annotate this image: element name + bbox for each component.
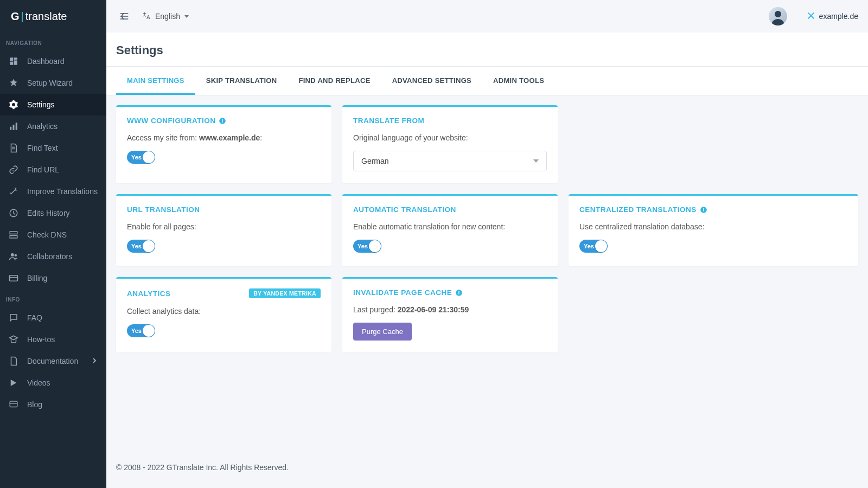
chevron-right-icon	[92, 357, 97, 365]
source-language-select[interactable]: German	[353, 151, 547, 171]
analytics-toggle[interactable]: Yes	[127, 324, 155, 337]
chevron-down-icon	[533, 159, 539, 163]
panel-analytics: ANALYTICS BY YANDEX METRIKA Collect anal…	[116, 277, 331, 352]
nav-heading-info: INFO	[0, 289, 106, 307]
analytics-provider-badge: BY YANDEX METRIKA	[249, 288, 321, 298]
graduation-icon	[9, 335, 18, 344]
wand-icon	[9, 187, 18, 196]
sidebar-item-setup-wizard[interactable]: Setup Wizard	[0, 72, 106, 94]
tabs: MAIN SETTINGS SKIP TRANSLATION FIND AND …	[106, 66, 868, 95]
file-icon	[9, 356, 18, 366]
sidebar: G|translate NAVIGATION Dashboard Setup W…	[0, 0, 106, 488]
avatar[interactable]	[769, 7, 787, 25]
sidebar-item-label: Videos	[27, 378, 50, 387]
www-toggle[interactable]: Yes	[127, 151, 155, 164]
tab-admin-tools[interactable]: ADMIN TOOLS	[482, 67, 555, 95]
sidebar-item-videos[interactable]: Videos	[0, 372, 106, 394]
panel-translate-from: TRANSLATE FROM Original language of your…	[342, 105, 558, 183]
dashboard-icon	[9, 56, 18, 66]
panel-title: TRANSLATE FROM	[353, 117, 547, 125]
tab-main-settings[interactable]: MAIN SETTINGS	[116, 67, 195, 95]
topbar: English example.de	[106, 0, 868, 33]
blog-icon	[9, 400, 18, 409]
tab-find-replace[interactable]: FIND AND REPLACE	[288, 67, 381, 95]
sidebar-item-label: Find Text	[27, 144, 58, 152]
svg-rect-5	[13, 125, 15, 130]
svg-point-9	[11, 253, 14, 256]
centralized-toggle[interactable]: Yes	[579, 240, 608, 253]
sidebar-item-faq[interactable]: FAQ	[0, 307, 106, 329]
url-translation-toggle[interactable]: Yes	[127, 240, 155, 253]
sidebar-item-label: FAQ	[27, 313, 42, 322]
comment-icon	[9, 313, 18, 323]
history-icon	[9, 208, 18, 218]
translate-icon	[142, 11, 151, 22]
panel-desc: Original language of your website:	[353, 133, 547, 142]
info-icon[interactable]: i	[700, 206, 707, 214]
sidebar-item-find-text[interactable]: Find Text	[0, 137, 106, 159]
sidebar-item-check-dns[interactable]: Check DNS	[0, 224, 106, 246]
sidebar-item-label: How-tos	[27, 335, 55, 344]
panel-desc: Collect analytics data:	[127, 307, 321, 316]
info-icon[interactable]: i	[219, 117, 226, 125]
svg-rect-11	[10, 275, 18, 281]
svg-text:i: i	[703, 207, 704, 212]
panel-title: CENTRALIZED TRANSLATIONS i	[579, 206, 847, 214]
sidebar-item-improve-translations[interactable]: Improve Translations	[0, 181, 106, 202]
auto-translation-toggle[interactable]: Yes	[353, 240, 381, 253]
panel-invalidate-cache: INVALIDATE PAGE CACHE i Last purged: 202…	[342, 277, 558, 352]
tab-advanced-settings[interactable]: ADVANCED SETTINGS	[381, 67, 482, 95]
sidebar-item-documentation[interactable]: Documentation	[0, 350, 106, 372]
link-icon	[9, 165, 18, 175]
card-icon	[9, 273, 18, 283]
svg-rect-3	[10, 62, 13, 65]
panel-title: AUTOMATIC TRANSLATION	[353, 206, 547, 214]
nav-heading-navigation: NAVIGATION	[0, 33, 106, 50]
play-icon	[9, 378, 18, 388]
sidebar-item-collaborators[interactable]: Collaborators	[0, 246, 106, 267]
svg-text:i: i	[222, 118, 224, 123]
sidebar-item-label: Collaborators	[27, 252, 72, 261]
rocket-icon	[9, 78, 18, 88]
gear-icon	[9, 100, 18, 110]
site-link[interactable]: example.de	[807, 11, 858, 22]
sidebar-item-billing[interactable]: Billing	[0, 267, 106, 289]
sidebar-item-label: Documentation	[27, 357, 78, 365]
sidebar-item-label: Analytics	[27, 122, 58, 131]
svg-rect-4	[10, 127, 11, 130]
svg-rect-7	[10, 232, 17, 234]
sidebar-item-find-url[interactable]: Find URL	[0, 159, 106, 181]
purge-cache-button[interactable]: Purge Cache	[353, 323, 412, 341]
select-value: German	[361, 157, 389, 165]
sidebar-item-edits-history[interactable]: Edits History	[0, 202, 106, 224]
panel-title: WWW CONFIGURATION i	[127, 117, 321, 125]
sidebar-item-label: Setup Wizard	[27, 79, 73, 87]
collapse-sidebar-button[interactable]	[116, 8, 132, 24]
sidebar-item-howtos[interactable]: How-tos	[0, 329, 106, 350]
panel-desc: Use centralized translation database:	[579, 222, 847, 231]
panel-desc: Access my site from: www.example.de:	[127, 133, 321, 142]
panel-desc: Enable for all pages:	[127, 222, 321, 231]
svg-rect-13	[10, 401, 17, 407]
info-icon[interactable]: i	[455, 289, 463, 297]
footer-copyright: © 2008 - 2022 GTranslate Inc. All Rights…	[106, 453, 868, 488]
sidebar-item-dashboard[interactable]: Dashboard	[0, 50, 106, 72]
sidebar-item-analytics[interactable]: Analytics	[0, 115, 106, 137]
logo[interactable]: G|translate	[0, 0, 106, 33]
language-label: English	[155, 12, 180, 21]
tab-skip-translation[interactable]: SKIP TRANSLATION	[195, 67, 288, 95]
sidebar-item-label: Improve Translations	[27, 187, 98, 196]
panel-desc: Enable automatic translation for new con…	[353, 222, 547, 231]
sidebar-item-label: Settings	[27, 100, 55, 109]
panel-centralized-translations: CENTRALIZED TRANSLATIONS i Use centraliz…	[569, 194, 858, 266]
svg-point-10	[15, 254, 17, 257]
sidebar-item-settings[interactable]: Settings	[0, 94, 106, 115]
svg-rect-2	[14, 61, 17, 65]
sidebar-item-blog[interactable]: Blog	[0, 394, 106, 415]
sidebar-item-label: Check DNS	[27, 230, 67, 239]
svg-text:i: i	[458, 290, 460, 295]
site-label: example.de	[819, 12, 858, 21]
language-selector[interactable]: English	[142, 11, 189, 22]
sidebar-item-label: Blog	[27, 400, 42, 409]
panel-www-config: WWW CONFIGURATION i Access my site from:…	[116, 105, 331, 183]
